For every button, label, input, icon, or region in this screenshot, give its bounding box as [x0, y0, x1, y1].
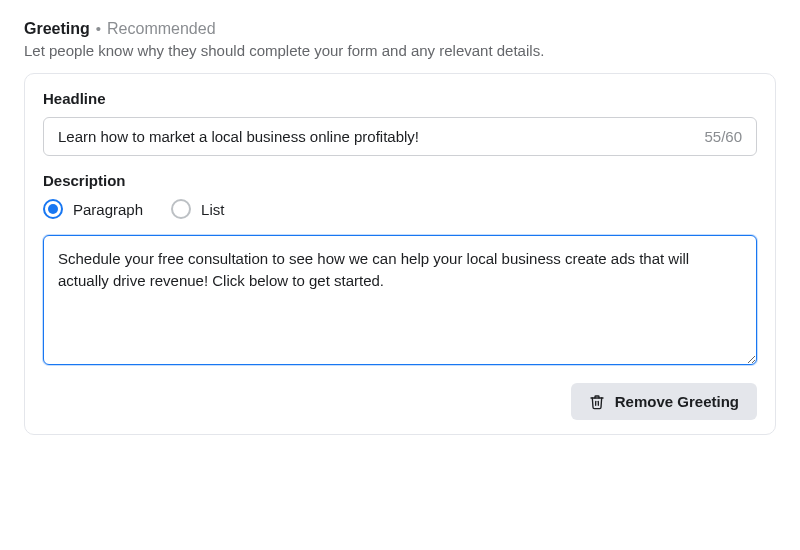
headline-field-wrapper: 55/60 — [43, 117, 757, 156]
section-header: Greeting • Recommended — [24, 20, 776, 38]
description-type-radiogroup: Paragraph List — [43, 199, 757, 219]
radio-circle-icon — [43, 199, 63, 219]
card-footer: Remove Greeting — [43, 383, 757, 420]
separator-dot: • — [96, 20, 101, 37]
remove-greeting-label: Remove Greeting — [615, 393, 739, 410]
recommended-badge: Recommended — [107, 20, 216, 38]
headline-char-count: 55/60 — [694, 128, 742, 145]
trash-icon — [589, 394, 605, 410]
description-textarea[interactable] — [43, 235, 757, 365]
remove-greeting-button[interactable]: Remove Greeting — [571, 383, 757, 420]
headline-input[interactable] — [58, 128, 694, 145]
radio-dot-icon — [48, 204, 58, 214]
radio-circle-icon — [171, 199, 191, 219]
radio-paragraph-label: Paragraph — [73, 201, 143, 218]
radio-list-label: List — [201, 201, 224, 218]
description-label: Description — [43, 172, 757, 189]
radio-paragraph[interactable]: Paragraph — [43, 199, 143, 219]
section-description: Let people know why they should complete… — [24, 42, 776, 59]
section-title: Greeting — [24, 20, 90, 38]
headline-label: Headline — [43, 90, 757, 107]
greeting-card: Headline 55/60 Description Paragraph Lis… — [24, 73, 776, 435]
radio-list[interactable]: List — [171, 199, 224, 219]
